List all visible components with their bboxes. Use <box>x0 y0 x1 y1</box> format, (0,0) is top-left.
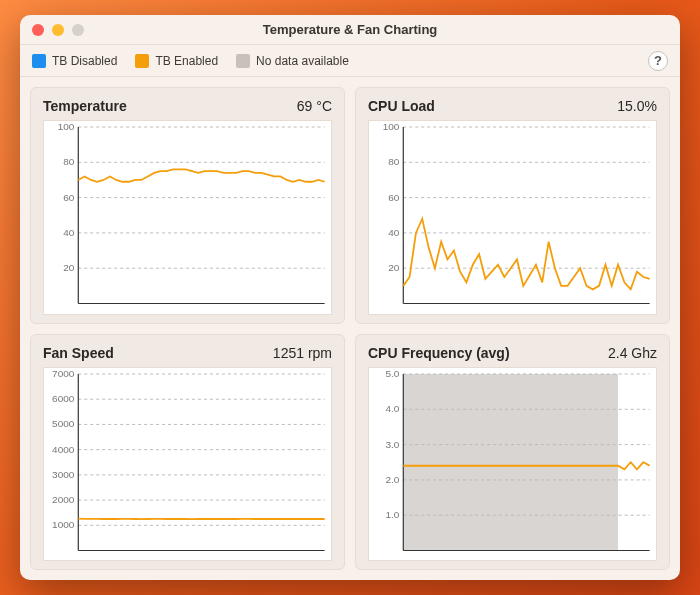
y-tick-label: 40 <box>63 227 75 238</box>
panel-value-cpu-freq: 2.4 Ghz <box>608 345 657 361</box>
y-tick-label: 2000 <box>52 494 75 505</box>
panel-grid: Temperature 69 °C 20406080100 CPU Load 1… <box>20 77 680 580</box>
y-tick-label: 100 <box>383 121 400 132</box>
titlebar: Temperature & Fan Charting <box>20 15 680 45</box>
panel-cpu-load: CPU Load 15.0% 20406080100 <box>355 87 670 324</box>
panel-fan-speed: Fan Speed 1251 rpm 100020003000400050006… <box>30 334 345 571</box>
y-tick-label: 60 <box>63 192 75 203</box>
panel-value-temperature: 69 °C <box>297 98 332 114</box>
y-tick-label: 7000 <box>52 368 75 379</box>
legend-swatch-nodata <box>236 54 250 68</box>
help-icon: ? <box>654 53 662 68</box>
y-tick-label: 20 <box>63 262 75 273</box>
panel-title-fan-speed: Fan Speed <box>43 345 114 361</box>
panel-title-cpu-load: CPU Load <box>368 98 435 114</box>
legend-item-nodata: No data available <box>236 54 349 68</box>
series-line-tb-enabled <box>78 169 324 181</box>
y-tick-label: 4000 <box>52 443 75 454</box>
traffic-lights <box>32 24 84 36</box>
series-line-tb-enabled <box>403 219 649 290</box>
panel-cpu-freq: CPU Frequency (avg) 2.4 Ghz 1.02.03.04.0… <box>355 334 670 571</box>
y-tick-label: 40 <box>388 227 400 238</box>
chart-fan-speed: 1000200030004000500060007000 <box>43 367 332 562</box>
chart-temperature: 20406080100 <box>43 120 332 315</box>
y-tick-label: 80 <box>388 156 400 167</box>
nodata-region <box>403 373 618 550</box>
y-tick-label: 1000 <box>52 519 75 530</box>
minimize-button[interactable] <box>52 24 64 36</box>
y-tick-label: 6000 <box>52 393 75 404</box>
legend-swatch-enabled <box>135 54 149 68</box>
y-tick-label: 80 <box>63 156 75 167</box>
legend-label-enabled: TB Enabled <box>155 54 218 68</box>
y-tick-label: 3.0 <box>385 438 399 449</box>
panel-head: CPU Frequency (avg) 2.4 Ghz <box>368 345 657 361</box>
chart-cpu-load: 20406080100 <box>368 120 657 315</box>
panel-value-fan-speed: 1251 rpm <box>273 345 332 361</box>
panel-title-cpu-freq: CPU Frequency (avg) <box>368 345 510 361</box>
window-title: Temperature & Fan Charting <box>20 22 680 37</box>
legend-item-disabled: TB Disabled <box>32 54 117 68</box>
legend-label-disabled: TB Disabled <box>52 54 117 68</box>
legend-bar: TB Disabled TB Enabled No data available… <box>20 45 680 77</box>
y-tick-label: 5000 <box>52 418 75 429</box>
panel-value-cpu-load: 15.0% <box>617 98 657 114</box>
maximize-button[interactable] <box>72 24 84 36</box>
panel-temperature: Temperature 69 °C 20406080100 <box>30 87 345 324</box>
y-tick-label: 1.0 <box>385 509 399 520</box>
panel-head: CPU Load 15.0% <box>368 98 657 114</box>
y-tick-label: 20 <box>388 262 400 273</box>
y-tick-label: 100 <box>58 121 75 132</box>
panel-head: Temperature 69 °C <box>43 98 332 114</box>
y-tick-label: 4.0 <box>385 403 399 414</box>
app-window: Temperature & Fan Charting TB Disabled T… <box>20 15 680 580</box>
legend-label-nodata: No data available <box>256 54 349 68</box>
panel-head: Fan Speed 1251 rpm <box>43 345 332 361</box>
y-tick-label: 5.0 <box>385 368 399 379</box>
y-tick-label: 60 <box>388 192 400 203</box>
close-button[interactable] <box>32 24 44 36</box>
panel-title-temperature: Temperature <box>43 98 127 114</box>
y-tick-label: 2.0 <box>385 473 399 484</box>
help-button[interactable]: ? <box>648 51 668 71</box>
legend-item-enabled: TB Enabled <box>135 54 218 68</box>
legend-swatch-disabled <box>32 54 46 68</box>
chart-cpu-freq: 1.02.03.04.05.0 <box>368 367 657 562</box>
y-tick-label: 3000 <box>52 468 75 479</box>
